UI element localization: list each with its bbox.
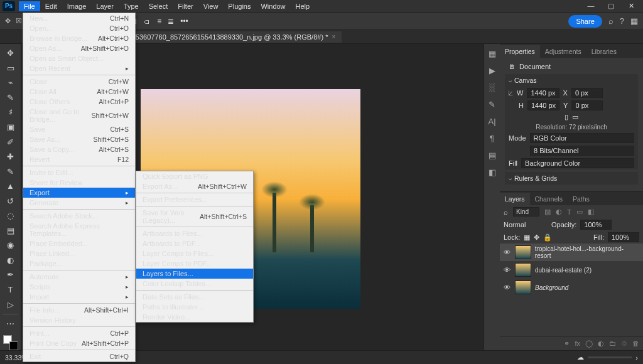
menu-help[interactable]: Help (291, 1, 315, 11)
menu-item-layers-to-files[interactable]: Layers to Files... (136, 269, 253, 279)
menu-item-save-a-copy[interactable]: Save a Copy...Alt+Ctrl+S (23, 144, 135, 154)
adjustment-layer-icon[interactable]: ◐ (598, 340, 604, 348)
tab-adjustments[interactable]: Adjustments (540, 45, 586, 58)
more-options-icon[interactable]: ••• (180, 17, 188, 26)
layer-row[interactable]: 👁Background (500, 279, 643, 296)
filter-smart-icon[interactable]: ◧ (588, 208, 594, 216)
menu-item-print-one-copy[interactable]: Print One CopyAlt+Shift+Ctrl+P (23, 338, 135, 348)
filter-adjust-icon[interactable]: ◐ (556, 208, 562, 216)
menu-item-quick-export-as-png[interactable]: Quick Export as PNG (136, 171, 253, 181)
layer-name[interactable]: tropical-hotel-hol...-background-resort (535, 245, 639, 259)
frame-tool[interactable]: ▣ (3, 120, 19, 134)
menu-item-file-info[interactable]: File Info...Alt+Shift+Ctrl+I (23, 305, 135, 315)
menu-edit[interactable]: Edit (40, 1, 62, 11)
quick-select-tool[interactable]: ✎ (3, 91, 19, 105)
menu-item-close-all[interactable]: Close AllAlt+Ctrl+W (23, 87, 135, 97)
bits-select[interactable]: 8 Bits/Channel (530, 146, 634, 156)
eraser-tool[interactable]: ◌ (3, 209, 19, 223)
filter-pixel-icon[interactable]: ▧ (544, 208, 551, 216)
menu-item-close-others[interactable]: Close OthersAlt+Ctrl+P (23, 97, 135, 107)
menu-item-place-linked[interactable]: Place Linked... (23, 249, 135, 259)
workspace-icon[interactable]: ▦ (630, 16, 638, 26)
mode-select[interactable]: RGB Color (530, 133, 634, 143)
visibility-icon[interactable]: 👁 (504, 249, 511, 256)
edit-toolbar[interactable]: ⋯ (3, 317, 19, 331)
fg-bg-colors[interactable] (3, 335, 18, 350)
menu-item-open-as-smart-object[interactable]: Open as Smart Object... (23, 53, 135, 63)
menu-item-export-preferences[interactable]: Export Preferences... (136, 195, 253, 205)
visibility-icon[interactable]: 👁 (504, 284, 511, 291)
layer-thumbnail[interactable] (515, 281, 531, 294)
menu-image[interactable]: Image (62, 1, 92, 11)
filter-shape-icon[interactable]: ▭ (576, 208, 583, 216)
menu-item-print[interactable]: Print...Ctrl+P (23, 328, 135, 338)
path-select-tool[interactable]: ▷ (3, 297, 19, 311)
brushes-icon[interactable]: ✎ (489, 100, 495, 109)
menu-item-search-adobe-stock[interactable]: Search Adobe Stock... (23, 211, 135, 221)
menu-item-place-embedded[interactable]: Place Embedded... (23, 238, 135, 249)
delete-layer-icon[interactable]: 🗑 (632, 340, 639, 348)
menu-item-version-history[interactable]: Version History (23, 315, 135, 325)
width-field[interactable]: 1440 px (527, 88, 559, 98)
menu-item-export-as[interactable]: Export As...Alt+Shift+Ctrl+W (136, 181, 253, 191)
visibility-icon[interactable]: 👁 (504, 266, 511, 274)
heal-tool[interactable]: ✚ (3, 150, 19, 164)
menu-plugins[interactable]: Plugins (223, 1, 256, 11)
menu-item-render-video[interactable]: Render Video... (136, 312, 253, 322)
fx-icon[interactable]: fx (575, 340, 580, 348)
mask-icon[interactable]: ◯ (585, 340, 593, 348)
menu-type[interactable]: Type (119, 1, 144, 11)
tab-paths[interactable]: Paths (568, 193, 595, 205)
history-icon[interactable]: ▦ (489, 49, 496, 58)
search-icon[interactable]: ⌕ (608, 16, 613, 26)
menu-item-share-for-review[interactable]: Share for Review (23, 178, 135, 188)
menu-item-close[interactable]: CloseCtrl+W (23, 77, 135, 87)
blur-tool[interactable]: ◉ (3, 238, 19, 252)
type-tool[interactable]: T (3, 283, 19, 297)
link-wh-icon[interactable]: ⟀ (509, 89, 513, 97)
menu-item-save-for-web-legacy[interactable]: Save for Web (Legacy)...Alt+Shift+Ctrl+S (136, 208, 253, 225)
tab-layers[interactable]: Layers (500, 193, 530, 205)
layer-name[interactable]: dubai-real-estate (2) (535, 267, 592, 274)
eyedropper-tool[interactable]: ✐ (3, 135, 19, 149)
tab-libraries[interactable]: Libraries (586, 45, 622, 58)
menu-item-close-and-go-to-bridge[interactable]: Close and Go to Bridge...Shift+Ctrl+W (23, 107, 135, 124)
new-layer-icon[interactable]: ♲ (621, 340, 627, 348)
menu-item-save-as[interactable]: Save As...Shift+Ctrl+S (23, 134, 135, 144)
landscape-icon[interactable]: ▭ (572, 113, 578, 121)
help-icon[interactable]: ? (620, 16, 624, 26)
menu-item-scripts[interactable]: Scripts (23, 282, 135, 292)
blend-mode-select[interactable]: Normal (504, 221, 548, 228)
menu-item-revert[interactable]: RevertF12 (23, 154, 135, 164)
link-layers-icon[interactable]: ⚭ (564, 340, 570, 348)
menu-window[interactable]: Window (256, 1, 290, 11)
menu-item-invite-to-edit[interactable]: Invite to Edit... (23, 168, 135, 178)
menu-item-exit[interactable]: ExitCtrl+Q (23, 351, 135, 361)
swatches-icon[interactable]: ░ (489, 83, 495, 92)
close-tab-icon[interactable]: × (332, 33, 335, 40)
menu-item-color-lookup-tables[interactable]: Color Lookup Tables... (136, 279, 253, 289)
opacity-field[interactable]: 100% (580, 220, 612, 230)
portrait-icon[interactable]: ▯ (565, 113, 568, 121)
lock-position-icon[interactable]: ✥ (534, 233, 539, 242)
chevron-right-icon[interactable]: › (635, 354, 638, 361)
menu-item-new[interactable]: New...Ctrl+N (23, 13, 135, 23)
distribute-h-icon[interactable]: ≡ (157, 17, 161, 26)
menu-item-export[interactable]: Export (23, 188, 135, 198)
dodge-tool[interactable]: ◐ (3, 254, 19, 267)
menu-filter[interactable]: Filter (173, 1, 198, 11)
layer-row[interactable]: 👁dubai-real-estate (2) (500, 261, 643, 279)
x-field[interactable]: 0 px (571, 88, 603, 98)
marquee-tool[interactable]: ▭ (3, 62, 19, 75)
close-button[interactable]: ✕ (625, 2, 637, 10)
gradient-tool[interactable]: ▤ (3, 224, 19, 238)
align-right-icon[interactable]: ⫏ (143, 17, 151, 26)
share-button[interactable]: Share (568, 15, 602, 28)
y-field[interactable]: 0 px (571, 100, 603, 110)
fill-opacity-field[interactable]: 100% (608, 232, 639, 242)
menu-view[interactable]: View (198, 1, 224, 11)
menu-item-open-as[interactable]: Open As...Alt+Shift+Ctrl+O (23, 43, 135, 53)
minimize-button[interactable]: ― (585, 2, 597, 10)
lock-pixels-icon[interactable]: ▦ (524, 233, 530, 242)
lasso-tool[interactable]: ⌁ (3, 76, 19, 90)
